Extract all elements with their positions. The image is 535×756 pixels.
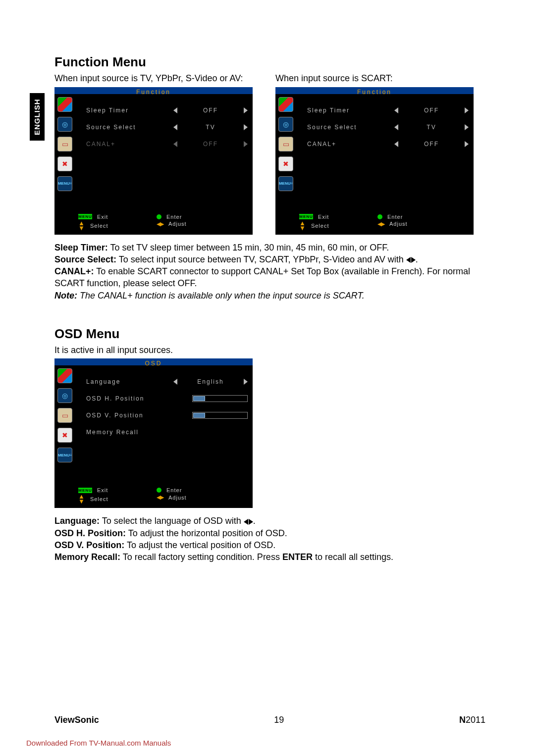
osd-row-disabled: CANAL+ OFF xyxy=(86,136,248,152)
arrow-left-icon[interactable] xyxy=(173,107,177,113)
slider[interactable] xyxy=(192,412,248,419)
footer-adjust: Adjust xyxy=(389,221,408,227)
color-icon[interactable] xyxy=(57,97,72,112)
leftright-glyph: ◀▶ xyxy=(157,494,163,501)
arrow-right-icon[interactable] xyxy=(465,141,469,147)
desc-text: To select the language of OSD with xyxy=(100,516,244,526)
desc-text: To select input source between TV, SCART… xyxy=(116,254,406,264)
osd-row[interactable]: Source Select TV xyxy=(307,119,469,136)
arrow-right-icon[interactable] xyxy=(244,107,248,113)
footer-enter: Enter xyxy=(387,214,403,220)
download-note: Downloaded From TV-Manual.com Manuals xyxy=(26,739,171,747)
slider[interactable] xyxy=(192,395,248,402)
desc-label: Sleep Timer: xyxy=(54,243,108,252)
osd-function-box-av: Function ◎ ▭ ✖ MENU≡ Sleep Timer OFF xyxy=(54,87,253,235)
dot-glyph xyxy=(157,488,161,493)
footer-adjust: Adjust xyxy=(168,221,187,227)
osd-row[interactable]: CANAL+ OFF xyxy=(307,136,469,152)
osd-row[interactable]: OSD V. Position xyxy=(86,407,248,424)
desc-text: To adjust the horizontal position of OSD… xyxy=(126,528,287,538)
signal-icon[interactable]: ◎ xyxy=(57,388,72,403)
osd-row-label: CANAL+ xyxy=(307,141,394,148)
arrow-left-icon[interactable] xyxy=(394,107,398,113)
footer-page: 19 xyxy=(274,715,284,725)
osd-row[interactable]: OSD H. Position xyxy=(86,390,248,407)
footer-brand: ViewSonic xyxy=(54,715,99,725)
arrow-right-icon[interactable] xyxy=(465,124,469,130)
arrow-right-icon[interactable] xyxy=(244,379,248,385)
arrow-right-icon[interactable] xyxy=(465,107,469,113)
arrow-left-icon xyxy=(173,141,177,147)
osd-row[interactable]: Sleep Timer OFF xyxy=(86,102,248,119)
footer-model: N2011 xyxy=(459,715,485,725)
footer-select: Select xyxy=(90,496,108,502)
updown-glyph: ▲▼ xyxy=(299,221,306,231)
tv-icon[interactable]: ▭ xyxy=(278,137,293,151)
osd-row-label: OSD V. Position xyxy=(86,412,173,419)
tools-icon[interactable]: ✖ xyxy=(278,156,293,171)
language-tab: ENGLISH xyxy=(30,93,45,141)
osd-row-value: OFF xyxy=(203,141,218,148)
osd-row-label: Source Select xyxy=(86,124,173,131)
arrow-right-icon[interactable] xyxy=(244,124,248,130)
osd-osd-box: OSD ◎ ▭ ✖ MENU≡ Language English OSD H. … xyxy=(54,358,253,508)
note-label: Note: xyxy=(54,291,77,301)
signal-icon[interactable]: ◎ xyxy=(57,117,72,132)
description-function: Sleep Timer: To set TV sleep timer betwe… xyxy=(54,242,485,302)
osd-row-label: Source Select xyxy=(307,124,394,131)
arrow-left-icon[interactable] xyxy=(394,124,398,130)
osd-footer: MENUExit ▲▼Select Enter ◀▶Adjust xyxy=(54,212,253,235)
menu-glyph: MENU xyxy=(78,214,92,219)
arrow-right-icon xyxy=(244,141,248,147)
desc-label: Language: xyxy=(54,516,100,526)
color-icon[interactable] xyxy=(278,97,293,112)
osd-row-label: Sleep Timer xyxy=(86,107,173,114)
footer-exit: Exit xyxy=(97,214,108,220)
signal-icon[interactable]: ◎ xyxy=(278,117,293,132)
osd-row-value: OFF xyxy=(203,107,218,114)
footer-enter: Enter xyxy=(166,487,182,493)
section-title-osd: OSD Menu xyxy=(54,326,485,342)
desc-enter: ENTER xyxy=(282,552,313,562)
updown-glyph: ▲▼ xyxy=(78,494,85,504)
arrow-left-icon[interactable] xyxy=(173,379,177,385)
tv-icon[interactable]: ▭ xyxy=(57,408,72,423)
footer-enter: Enter xyxy=(166,214,182,220)
osd-row-label: OSD H. Position xyxy=(86,395,173,402)
arrow-left-icon[interactable] xyxy=(173,124,177,130)
description-osd: Language: To select the language of OSD … xyxy=(54,515,485,563)
note-text: The CANAL+ function is available only wh… xyxy=(77,291,365,301)
osd-row[interactable]: Language English xyxy=(86,373,248,390)
osd-row-label: Memory Recall xyxy=(86,429,248,436)
color-icon[interactable] xyxy=(57,368,72,383)
desc-label: OSD H. Position: xyxy=(54,528,126,538)
footer-exit: Exit xyxy=(318,214,329,220)
osd-row[interactable]: Sleep Timer OFF xyxy=(307,102,469,119)
intro-right: When input source is SCART: xyxy=(275,73,485,84)
osd-title: Function xyxy=(136,89,171,96)
menu-icon[interactable]: MENU≡ xyxy=(57,176,72,191)
updown-glyph: ▲▼ xyxy=(78,221,85,231)
osd-row[interactable]: Memory Recall xyxy=(86,424,248,441)
menu-icon[interactable]: MENU≡ xyxy=(57,448,72,462)
intro-osd: It is active in all input sources. xyxy=(54,345,485,356)
dot-glyph xyxy=(157,214,161,219)
osd-title: OSD xyxy=(145,360,162,367)
desc-text: To recall factory setting condition. Pre… xyxy=(120,552,282,562)
tv-icon[interactable]: ▭ xyxy=(57,137,72,151)
menu-glyph: MENU xyxy=(78,488,92,493)
osd-row[interactable]: Source Select TV xyxy=(86,119,248,136)
menu-icon[interactable]: MENU≡ xyxy=(278,176,293,191)
osd-row-label: CANAL+ xyxy=(86,141,173,148)
footer-exit: Exit xyxy=(97,487,108,493)
footer-select: Select xyxy=(90,223,108,229)
osd-row-value: OFF xyxy=(424,141,439,148)
tools-icon[interactable]: ✖ xyxy=(57,156,72,171)
menu-glyph: MENU xyxy=(299,214,313,219)
desc-label: CANAL+: xyxy=(54,266,94,276)
tools-icon[interactable]: ✖ xyxy=(57,428,72,443)
osd-title: Function xyxy=(357,89,392,96)
arrow-left-icon[interactable] xyxy=(394,141,398,147)
footer-adjust: Adjust xyxy=(168,495,187,501)
osd-row-value: OFF xyxy=(424,107,439,114)
